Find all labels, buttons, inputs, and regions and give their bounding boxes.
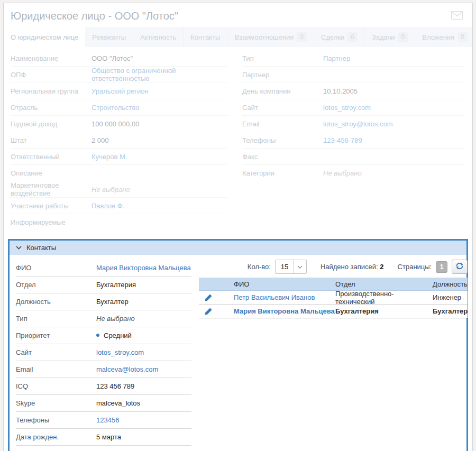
- field-responsible-value[interactable]: Кучеров М.: [91, 153, 127, 161]
- refresh-button[interactable]: [452, 260, 468, 274]
- envelope-icon[interactable]: [451, 11, 463, 21]
- contact-birthdate-value: 5 марта: [96, 433, 121, 441]
- pagesize-value: 15: [276, 260, 294, 273]
- field-regional-group-value[interactable]: Уральский регион: [91, 87, 149, 95]
- tab-contacts[interactable]: Контакты: [184, 27, 227, 47]
- contact-field-department: Отдел Бухгалтерия: [16, 277, 191, 293]
- contact-phones-link[interactable]: 123456: [96, 416, 119, 424]
- row-dept: Производственно-технический: [335, 290, 433, 306]
- contact-field-site: Сайт lotos_stroy.com: [16, 344, 191, 361]
- tab-relations[interactable]: Взаимоотношения 0: [227, 27, 314, 47]
- field-partner: Партнер: [242, 67, 465, 83]
- tab-activity[interactable]: Активность: [133, 27, 184, 47]
- field-work-participants-value[interactable]: Павлов Ф.: [91, 202, 124, 210]
- field-opf: ОПФ Общество с ограниченной ответственно…: [11, 67, 227, 83]
- contact-fio-link[interactable]: Мария Викторовна Мальцева: [96, 264, 191, 272]
- dimmed-overlay-area: Юридическое лицо - ООО "Лотос" О юридиче…: [4, 3, 472, 236]
- row-position: Бухгалтер: [433, 307, 468, 315]
- entity-form: Наименование ООО "Лотос" ОПФ Общество с …: [4, 47, 472, 236]
- field-industry: Отрасль Строительство: [11, 99, 227, 116]
- contacts-table: ФИО Отдел Должность Петр Василье: [199, 278, 468, 318]
- field-name-value: ООО "Лотос": [91, 54, 133, 62]
- contacts-section-header[interactable]: Контакты: [10, 241, 466, 255]
- tab-requisites[interactable]: Реквизиты: [85, 27, 133, 47]
- contacts-grid-panel: Кол-во: 15 Найдено записей: 2 Страницы:: [199, 260, 468, 318]
- field-fax: Факс: [242, 149, 465, 165]
- field-site: Сайт lotos_stroy.com: [242, 99, 465, 116]
- priority-dot: [96, 334, 99, 337]
- contact-field-icq: ICQ 123 456 789: [16, 378, 191, 395]
- field-marketing-impact-value: Не выбрано: [91, 186, 130, 194]
- pencil-icon[interactable]: [205, 294, 212, 301]
- contact-site-link[interactable]: lotos_stroy.com: [96, 348, 144, 356]
- contact-skype-value: malceva_lotos: [96, 399, 140, 407]
- contact-field-type: Тип Не выбрано: [16, 310, 191, 327]
- tab-count-badge: 0: [297, 32, 307, 42]
- contact-field-position: Должность Бухгалтер: [16, 293, 191, 310]
- grid-toolbar: Кол-во: 15 Найдено записей: 2 Страницы:: [199, 260, 468, 274]
- field-categories-value: Не выбрано: [323, 169, 362, 177]
- contact-icq-value: 123 456 789: [96, 382, 134, 390]
- chevron-down-icon: [294, 260, 306, 273]
- contact-field-priority: Приоритет Средний: [16, 327, 191, 344]
- contact-field-fio: ФИО Мария Викторовна Мальцева: [16, 260, 191, 277]
- table-row: Петр Васильевич Иванов Производственно-т…: [199, 291, 468, 305]
- field-responsible: Ответственный Кучеров М.: [11, 149, 227, 165]
- found-records: Найдено записей: 2: [321, 263, 384, 271]
- field-annual-income: Годовой доход 100 000 000,00: [11, 116, 227, 132]
- contact-field-skype: Skype malceva_lotos: [16, 395, 191, 412]
- row-position: Инженер: [433, 293, 468, 301]
- field-work-participants: Участники работы Павлов Ф.: [11, 198, 227, 214]
- field-phones-value[interactable]: 123-456-789: [323, 136, 362, 144]
- field-informed: Информируемые: [11, 214, 227, 231]
- contacts-section-title: Контакты: [26, 244, 56, 252]
- field-marketing-impact: Маркетинговое воздействие Не выбрано: [11, 181, 227, 198]
- tab-tasks[interactable]: Задачи 0: [365, 27, 415, 47]
- tab-count-badge: 0: [347, 32, 358, 42]
- field-annual-income-value: 100 000 000,00: [91, 120, 139, 128]
- tab-count-badge: 0: [457, 32, 468, 42]
- field-name: Наименование ООО "Лотос": [11, 50, 227, 67]
- page-title: Юридическое лицо - ООО "Лотос": [11, 10, 178, 22]
- form-column-right: Тип Партнер Партнер День компании 10.10.…: [242, 50, 465, 231]
- field-type: Тип Партнер: [242, 50, 465, 67]
- field-phones: Телефоны 123-456-789: [242, 132, 465, 149]
- form-column-left: Наименование ООО "Лотос" ОПФ Общество с …: [11, 50, 227, 231]
- page-header: Юридическое лицо - ООО "Лотос": [4, 3, 472, 27]
- field-opf-value[interactable]: Общество с ограниченной ответственностью: [91, 67, 227, 82]
- field-site-value[interactable]: lotos_stroy.com: [323, 104, 371, 112]
- pagesize-label: Кол-во:: [248, 263, 271, 271]
- field-company-day-value: 10.10.2005: [323, 87, 358, 95]
- refresh-icon: [455, 262, 464, 272]
- contact-department-value: Бухгалтерия: [96, 281, 136, 289]
- tab-deals[interactable]: Сделки 0: [314, 27, 365, 47]
- row-fio-link[interactable]: Петр Васильевич Иванов: [218, 293, 335, 301]
- contacts-section: Контакты ФИО Мария Викторовна Мальцева О…: [8, 239, 468, 451]
- field-staff-value: 2 000: [91, 136, 109, 144]
- col-header-dept: Отдел: [335, 280, 433, 288]
- field-categories: Категории Не выбрано: [242, 165, 465, 181]
- contact-email-link[interactable]: malceva@lotos.com: [96, 365, 158, 373]
- tab-bar: О юридическом лице Реквизиты Активность …: [4, 27, 472, 47]
- field-email-value[interactable]: lotos_stroy@lotos.com: [323, 120, 393, 128]
- row-fio-link[interactable]: Мария Викторовна Мальцева: [218, 307, 335, 315]
- contact-field-birthdate: Дата рожден. 5 марта: [16, 429, 191, 446]
- field-company-day: День компании 10.10.2005: [242, 83, 465, 99]
- pagesize-select[interactable]: 15: [275, 260, 307, 274]
- field-type-value[interactable]: Партнер: [323, 54, 350, 62]
- contact-type-value: Не выбрано: [96, 315, 135, 323]
- field-regional-group: Региональная группа Уральский регион: [11, 83, 227, 99]
- tab-about-legal-entity[interactable]: О юридическом лице: [4, 27, 85, 47]
- chevron-down-icon[interactable]: [16, 246, 22, 250]
- contact-position-value: Бухгалтер: [96, 298, 129, 306]
- field-industry-value[interactable]: Строительство: [91, 104, 139, 112]
- col-header-position: Должность: [433, 280, 468, 288]
- page-number-button[interactable]: 1: [436, 261, 447, 273]
- tab-attachments[interactable]: Вложения 0: [415, 27, 473, 47]
- contact-priority-value: Средний: [96, 332, 132, 339]
- contact-field-email: Email malceva@lotos.com: [16, 361, 191, 378]
- contacts-body: ФИО Мария Викторовна Мальцева Отдел Бухг…: [10, 255, 466, 451]
- field-email: Email lotos_stroy@lotos.com: [242, 116, 465, 132]
- col-header-fio: ФИО: [218, 280, 335, 288]
- pencil-icon[interactable]: [205, 308, 212, 315]
